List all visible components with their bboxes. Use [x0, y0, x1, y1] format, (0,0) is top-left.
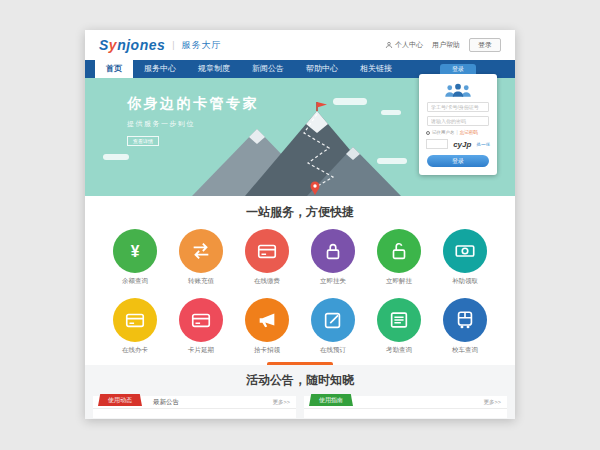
announcements-section: 活动公告，随时知晓 使用动态 最新公告 更多>> 使用指南 更多>> [85, 365, 515, 419]
nav-item-links[interactable]: 相关链接 [349, 60, 403, 78]
hero-cta-button[interactable]: 查看详情 [127, 136, 159, 146]
service-card-extension[interactable]: 卡片延期 [175, 298, 227, 355]
service-circle [311, 229, 355, 273]
service-found-card-claim[interactable]: 拾卡招领 [241, 298, 293, 355]
service-online-payment[interactable]: 在线缴费 [241, 229, 293, 286]
service-circle [179, 298, 223, 342]
user-help-link[interactable]: 用户帮助 [432, 40, 460, 50]
edit-icon [322, 309, 344, 331]
service-label: 在线预订 [307, 346, 359, 355]
service-circle [179, 229, 223, 273]
guide-more-link[interactable]: 更多>> [484, 399, 501, 406]
transfer-icon [190, 240, 212, 262]
megaphone-icon [256, 309, 278, 331]
service-transfer-recharge[interactable]: 转账充值 [175, 229, 227, 286]
captcha-input[interactable] [426, 139, 448, 149]
service-cancel-loss[interactable]: 立即解挂 [373, 229, 425, 286]
service-label: 在线办卡 [109, 346, 161, 355]
site-title: 服务大厅 [182, 39, 222, 52]
header-right: 个人中心 用户帮助 登录 [385, 38, 501, 52]
banknote-icon [454, 240, 476, 262]
remember-checkbox[interactable] [426, 131, 430, 135]
logo-divider: | [172, 40, 174, 50]
service-label: 立即解挂 [373, 277, 425, 286]
services-section: 一站服务，方便快捷 ¥ 余额查询 转账充值 在线缴费 [85, 196, 515, 365]
nav-item-service-center[interactable]: 服务中心 [133, 60, 187, 78]
captcha-image: cyJp [453, 140, 471, 149]
logo-part: S [99, 37, 109, 53]
service-label: 校车查询 [439, 346, 491, 355]
login-tab[interactable]: 登录 [440, 64, 476, 74]
logo-accent: y [109, 37, 117, 53]
captcha-row: cyJp 换一张 [426, 139, 490, 149]
service-label: 余额查询 [109, 277, 161, 286]
service-label: 卡片延期 [175, 346, 227, 355]
cloud-decoration [103, 154, 129, 160]
header-login-button[interactable]: 登录 [469, 38, 501, 52]
personal-center-link[interactable]: 个人中心 [385, 40, 423, 50]
tab-usage-news[interactable]: 使用动态 [98, 394, 142, 406]
service-report-loss[interactable]: 立即挂失 [307, 229, 359, 286]
nav-item-rules[interactable]: 规章制度 [187, 60, 241, 78]
unlock-icon [388, 240, 410, 262]
service-circle: ¥ [113, 229, 157, 273]
login-submit-button[interactable]: 登录 [427, 155, 489, 167]
service-circle [443, 298, 487, 342]
yen-icon: ¥ [124, 240, 146, 262]
news-panel-body [93, 409, 296, 418]
list-icon [388, 309, 410, 331]
header: Synjones | 服务大厅 个人中心 用户帮助 登录 [85, 30, 515, 60]
card-icon [190, 309, 212, 331]
service-circle [377, 229, 421, 273]
services-row-1: ¥ 余额查询 转账充值 在线缴费 立即挂失 [85, 229, 515, 286]
service-circle [377, 298, 421, 342]
nav-item-home[interactable]: 首页 [95, 60, 133, 78]
tab-latest-announcements[interactable]: 最新公告 [153, 398, 179, 407]
hero-text: 你身边的卡管专家 提供服务一步到位 查看详情 [127, 95, 259, 147]
lock-icon [322, 240, 344, 262]
forgot-password-link[interactable]: 忘记密码 [460, 130, 478, 135]
guide-panel: 使用指南 更多>> [304, 396, 507, 418]
page: Synjones | 服务大厅 个人中心 用户帮助 登录 首页 服务中心 规章制… [85, 30, 515, 419]
nav-item-help-center[interactable]: 帮助中心 [295, 60, 349, 78]
remember-label: 记住用户名 [432, 130, 455, 135]
users-icon [443, 82, 473, 98]
services-title: 一站服务，方便快捷 [85, 196, 515, 221]
news-more-link[interactable]: 更多>> [273, 399, 290, 406]
options-divider: | [457, 130, 458, 135]
captcha-refresh-link[interactable]: 换一张 [476, 142, 490, 147]
bus-icon [454, 309, 476, 331]
nav-item-news[interactable]: 新闻公告 [241, 60, 295, 78]
hero-title: 你身边的卡管专家 [127, 95, 259, 113]
service-online-booking[interactable]: 在线预订 [307, 298, 359, 355]
guide-panel-header: 使用指南 更多>> [304, 396, 507, 409]
logo-part: njones [117, 37, 165, 53]
service-circle [113, 298, 157, 342]
service-balance-inquiry[interactable]: ¥ 余额查询 [109, 229, 161, 286]
service-circle [245, 298, 289, 342]
announcement-panels: 使用动态 最新公告 更多>> 使用指南 更多>> [85, 396, 515, 418]
password-input[interactable] [427, 116, 489, 126]
svg-text:¥: ¥ [131, 243, 140, 260]
service-subsidy-collect[interactable]: 补助领取 [439, 229, 491, 286]
service-school-bus-query[interactable]: 校车查询 [439, 298, 491, 355]
service-online-card-apply[interactable]: 在线办卡 [109, 298, 161, 355]
hero-subtitle: 提供服务一步到位 [127, 119, 259, 129]
user-help-label: 用户帮助 [432, 40, 460, 50]
service-circle [245, 229, 289, 273]
services-row-2: 在线办卡 卡片延期 拾卡招领 在线预订 [85, 298, 515, 355]
service-circle [311, 298, 355, 342]
service-label: 立即挂失 [307, 277, 359, 286]
news-panel: 使用动态 最新公告 更多>> [93, 396, 296, 418]
news-panel-header: 使用动态 最新公告 更多>> [93, 396, 296, 409]
announcements-title: 活动公告，随时知晓 [85, 365, 515, 389]
guide-panel-body [304, 409, 507, 418]
tab-usage-guide[interactable]: 使用指南 [309, 394, 353, 406]
logo[interactable]: Synjones [99, 37, 165, 53]
service-label: 转账充值 [175, 277, 227, 286]
username-input[interactable] [427, 102, 489, 112]
service-label: 补助领取 [439, 277, 491, 286]
service-attendance-query[interactable]: 考勤查询 [373, 298, 425, 355]
card-icon [256, 240, 278, 262]
service-label: 拾卡招领 [241, 346, 293, 355]
